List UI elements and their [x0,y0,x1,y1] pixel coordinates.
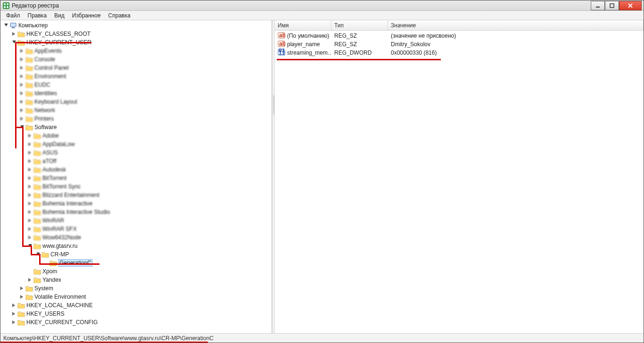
values-pane: Имя Тип Значение (По умолчанию)REG_SZ(зн… [275,20,644,333]
maximize-button[interactable] [605,1,619,10]
tree-item[interactable]: Bohemia Interactive [1,199,272,208]
tree-item[interactable]: Console [1,55,272,64]
expand-icon[interactable] [11,320,17,325]
collapse-icon[interactable] [19,125,25,130]
body: КомпьютерHKEY_CLASSES_ROOTHKEY_CURRENT_U… [0,20,644,333]
menu-favorites[interactable]: Избранное [68,11,105,20]
expand-icon[interactable] [27,227,33,232]
tree-hkcc[interactable]: HKEY_CURRENT_CONFIG [1,318,272,327]
tree-item[interactable]: BitTorrent [1,174,272,182]
tree-item[interactable]: Autodesk [1,165,272,174]
tree-item[interactable]: Adobe [1,131,272,140]
tree-item-label: WinRAR [42,217,64,224]
tree-item[interactable]: WinRAR [1,216,272,225]
value-row[interactable]: (По умолчанию)REG_SZ(значение не присвое… [275,32,644,40]
tree-item[interactable]: Environment [1,72,272,81]
tree-item[interactable]: WinRAR SFX [1,225,272,233]
expand-icon[interactable] [11,303,17,308]
expand-icon[interactable] [27,150,33,155]
expand-icon[interactable] [19,99,25,105]
tree-root[interactable]: Компьютер [1,21,272,30]
expand-icon[interactable] [27,176,33,181]
expand-icon[interactable] [19,108,25,113]
tree-item[interactable]: AppDataLow [1,140,272,148]
titlebar[interactable]: Редактор реестра [0,0,644,11]
tree-item-label: HKEY_USERS [26,310,65,317]
folder-icon [33,217,41,224]
value-row[interactable]: streaming_mem…REG_DWORD0x00000330 (816) [275,49,644,57]
tree-item[interactable]: Blizzard Entertainment [1,191,272,199]
expand-icon[interactable] [27,184,33,189]
expand-icon[interactable] [27,133,33,139]
tree-gtasrv[interactable]: www.gtasrv.ru [1,242,272,250]
tree-pane: КомпьютерHKEY_CLASSES_ROOTHKEY_CURRENT_U… [0,20,272,333]
menu-file[interactable]: Файл [2,11,24,20]
tree-scroll[interactable]: КомпьютерHKEY_CLASSES_ROOTHKEY_CURRENT_U… [0,20,272,333]
expand-icon[interactable] [19,49,25,54]
collapse-icon[interactable] [3,23,8,28]
expand-icon[interactable] [27,159,33,164]
expand-icon[interactable] [27,235,33,240]
tree-item[interactable]: Keyboard Layout [1,98,272,106]
tree-item[interactable]: Bohemia Interactive Studio [1,208,272,216]
expand-icon[interactable] [27,167,33,172]
tree-volenv[interactable]: Volatile Environment [1,293,272,301]
expand-icon[interactable] [27,210,33,215]
menubar: Файл Правка Вид Избранное Справка [0,11,644,20]
expand-icon[interactable] [19,91,25,96]
tree-system[interactable]: System [1,284,272,293]
expand-icon[interactable] [27,218,33,223]
expand-icon[interactable] [27,278,33,283]
col-type[interactable]: Тип [331,20,388,30]
expand-icon[interactable] [27,142,33,147]
tree-hkcu[interactable]: HKEY_CURRENT_USER [1,38,272,47]
col-name[interactable]: Имя [275,20,331,30]
menu-help[interactable]: Справка [105,11,134,20]
tree-hklm[interactable]: HKEY_LOCAL_MACHINE [1,301,272,310]
tree-hkcr[interactable]: HKEY_CLASSES_ROOT [1,30,272,38]
expand-icon[interactable] [19,65,25,71]
expand-icon[interactable] [19,116,25,122]
tree-xpom[interactable]: Xpom [1,267,272,276]
tree-crmp[interactable]: CR-MP [1,250,272,259]
value-row[interactable]: player_nameREG_SZDmitry_Sokolov [275,40,644,49]
tree-item[interactable]: Control Panel [1,64,272,72]
expand-icon[interactable] [19,294,25,300]
collapse-icon[interactable] [35,252,41,257]
tree-software[interactable]: Software [1,123,272,131]
tree-item[interactable]: EUDC [1,81,272,89]
minimize-button[interactable] [591,1,605,10]
tree-item[interactable]: Wow6432Node [1,233,272,242]
menu-view[interactable]: Вид [50,11,68,20]
expand-icon[interactable] [19,74,25,79]
collapse-icon[interactable] [27,244,33,249]
collapse-icon[interactable] [11,40,17,45]
value-name: player_name [287,41,320,48]
tree-item[interactable]: AppEvents [1,47,272,55]
tree-item[interactable]: BitTorrent Sync [1,182,272,191]
tree-item[interactable]: ASUS [1,148,272,157]
expand-icon[interactable] [19,286,25,291]
expand-icon[interactable] [11,311,17,317]
tree-item-label: Blizzard Entertainment [42,192,99,198]
tree-item-label: Environment [34,73,66,80]
tree-item[interactable]: aTOff [1,157,272,165]
tree-generationc[interactable]: GenerationC [1,259,272,267]
tree-item-label: HKEY_CLASSES_ROOT [26,31,91,37]
menu-edit[interactable]: Правка [24,11,51,20]
folder-icon [33,157,41,165]
expand-icon[interactable] [11,32,17,37]
tree-yandex[interactable]: Yandex [1,276,272,284]
col-value[interactable]: Значение [388,20,644,30]
tree-item[interactable]: Network [1,106,272,114]
tree-item[interactable]: Printers [1,114,272,123]
tree-item[interactable]: Identities [1,89,272,98]
tree-item-label: Bohemia Interactive [42,200,92,207]
expand-icon[interactable] [27,201,33,206]
expand-icon[interactable] [27,193,33,198]
tree-hku[interactable]: HKEY_USERS [1,310,272,318]
close-button[interactable] [619,1,642,10]
expand-icon[interactable] [19,82,25,88]
expand-icon[interactable] [19,57,25,62]
folder-icon [33,149,41,156]
